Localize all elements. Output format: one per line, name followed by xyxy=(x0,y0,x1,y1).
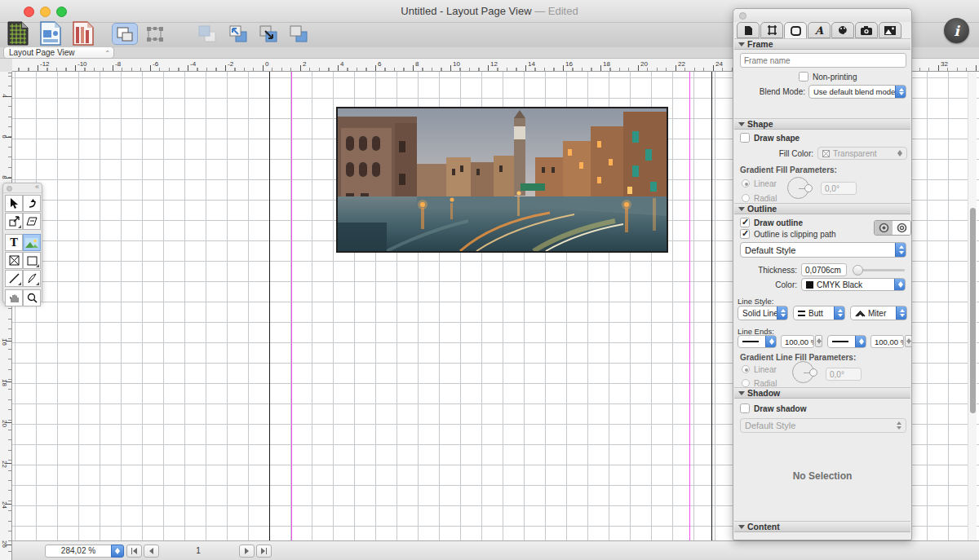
line-end-percent-field[interactable]: 100,00 % xyxy=(870,335,904,348)
previous-page-button[interactable] xyxy=(144,545,159,558)
line-end-dropdown[interactable] xyxy=(827,335,866,348)
v-ruler-label: 26 xyxy=(1,538,8,550)
h-ruler-label: 20 xyxy=(640,60,648,68)
h-ruler-label: -6 xyxy=(153,60,158,68)
select-tool[interactable] xyxy=(5,195,23,212)
placed-image-venice[interactable] xyxy=(336,107,668,253)
section-header-outline[interactable]: Outline xyxy=(734,203,910,214)
grid-document-icon[interactable] xyxy=(7,20,29,50)
current-page-number: 1 xyxy=(159,546,237,555)
fill-color-dropdown[interactable]: Transparent xyxy=(817,147,907,160)
frame-name-input[interactable] xyxy=(740,53,906,68)
rectangle-tool[interactable] xyxy=(23,252,41,269)
thickness-slider-thumb[interactable] xyxy=(853,265,863,276)
vertical-scrollbar[interactable] xyxy=(968,72,977,540)
text-tool[interactable]: T xyxy=(5,234,23,251)
first-page-button[interactable] xyxy=(126,545,142,558)
v-ruler-label: 22 xyxy=(1,458,8,470)
section-header-frame[interactable]: Frame xyxy=(734,38,910,50)
gradient-angle-field[interactable]: 0,0° xyxy=(821,182,857,195)
inspector-close-button[interactable] xyxy=(739,12,746,20)
tab-picture[interactable] xyxy=(879,22,901,38)
tab-shape[interactable] xyxy=(784,22,807,39)
vertical-ruler[interactable]: 468161820222426 xyxy=(0,72,12,560)
zoom-level-field[interactable]: 284,02 % xyxy=(45,545,112,558)
margin-guide[interactable] xyxy=(291,72,292,540)
plain-line-end-icon xyxy=(832,341,848,342)
h-ruler-label: 24 xyxy=(715,60,723,68)
select-frames-button[interactable] xyxy=(112,23,138,45)
bring-forward-icon[interactable] xyxy=(286,23,312,45)
gradient-line-linear-label: Linear xyxy=(754,365,777,374)
tab-frame[interactable] xyxy=(760,22,783,38)
line-start-percent-field[interactable]: 100,00 % xyxy=(781,335,814,348)
shadow-style-dropdown[interactable]: Default Style xyxy=(740,418,906,433)
edit-handles-button[interactable] xyxy=(142,23,168,45)
shear-tool[interactable] xyxy=(23,213,41,230)
section-header-content[interactable]: Content xyxy=(734,521,910,532)
palette-titlebar[interactable]: « xyxy=(3,183,42,193)
vertical-scrollbar-thumb[interactable] xyxy=(970,208,976,413)
line-style-dropdown[interactable]: Solid Line xyxy=(738,306,788,320)
outline-position-segment[interactable] xyxy=(874,220,911,236)
line-cap-dropdown[interactable]: Butt xyxy=(793,306,845,320)
frame-tool[interactable] xyxy=(5,252,23,269)
tab-color[interactable] xyxy=(831,22,854,38)
gradient-line-angle-dial[interactable] xyxy=(792,361,814,383)
line-tool[interactable] xyxy=(5,270,23,287)
non-printing-checkbox[interactable] xyxy=(799,72,808,82)
outline-color-label: Color: xyxy=(742,280,797,289)
margin-guide[interactable] xyxy=(689,72,690,540)
zoom-level-stepper[interactable] xyxy=(111,545,124,558)
tool-palette[interactable]: « T xyxy=(2,183,42,303)
section-header-shape[interactable]: Shape xyxy=(734,118,910,130)
bring-to-front-icon[interactable] xyxy=(225,23,251,45)
line-start-percent-stepper[interactable] xyxy=(815,335,822,347)
tab-document[interactable] xyxy=(737,22,760,38)
scale-tool[interactable] xyxy=(5,213,23,230)
gradient-linear-radio[interactable] xyxy=(742,179,750,187)
draw-shadow-checkbox[interactable] xyxy=(740,403,750,413)
outline-inside-button[interactable] xyxy=(875,221,893,235)
section-header-shadow[interactable]: Shadow xyxy=(734,387,910,399)
thickness-slider[interactable] xyxy=(854,269,905,271)
outline-style-dropdown[interactable]: Default Style xyxy=(740,242,906,258)
outline-outside-button[interactable] xyxy=(893,221,910,235)
image-tool[interactable] xyxy=(23,234,41,251)
send-to-back-icon[interactable] xyxy=(255,23,281,45)
rotate-tool[interactable] xyxy=(23,195,41,212)
arrange-step-back-icon[interactable] xyxy=(194,23,220,45)
line-join-dropdown[interactable]: Miter xyxy=(850,306,907,320)
h-ruler-label: -10 xyxy=(78,60,87,68)
h-ruler-label: 2 xyxy=(303,60,306,68)
gradient-line-linear-radio[interactable] xyxy=(742,365,750,373)
tagged-document-icon[interactable] xyxy=(72,20,95,50)
next-page-button[interactable] xyxy=(239,545,255,558)
inspector-titlebar[interactable] xyxy=(733,9,911,22)
tab-text[interactable]: A xyxy=(808,22,831,38)
inspector-panel[interactable]: A Frame Non-printing Blend Mode: Use def… xyxy=(733,8,912,540)
outline-color-dropdown[interactable]: CMYK Black xyxy=(801,278,906,291)
gradient-line-radial-radio[interactable] xyxy=(742,379,750,387)
gradient-angle-dial[interactable] xyxy=(787,177,809,199)
text-tab-glyph: A xyxy=(815,24,823,37)
layout-document-icon[interactable] xyxy=(39,20,62,50)
gradient-line-angle-field[interactable]: 0,0° xyxy=(826,368,862,381)
palette-close-button[interactable] xyxy=(7,186,12,192)
pan-tool[interactable] xyxy=(5,289,23,306)
blend-mode-dropdown[interactable]: Use default blend mode xyxy=(808,85,906,99)
zoom-tool[interactable] xyxy=(23,289,41,306)
draw-outline-checkbox[interactable] xyxy=(740,218,750,227)
palette-collapse-button[interactable]: « xyxy=(35,183,39,191)
h-ruler-label: -12 xyxy=(40,60,50,68)
thickness-field[interactable]: 0,0706cm xyxy=(801,263,847,276)
gradient-radial-radio[interactable] xyxy=(742,194,750,202)
last-page-button[interactable] xyxy=(256,545,272,558)
line-end-percent-stepper[interactable] xyxy=(905,335,912,347)
bezier-tool[interactable] xyxy=(23,270,41,287)
draw-shape-checkbox[interactable] xyxy=(740,133,750,143)
info-button[interactable]: i xyxy=(944,18,969,43)
outline-clipping-checkbox[interactable] xyxy=(740,229,750,239)
line-start-dropdown[interactable] xyxy=(738,335,777,348)
tab-camera[interactable] xyxy=(855,22,878,38)
